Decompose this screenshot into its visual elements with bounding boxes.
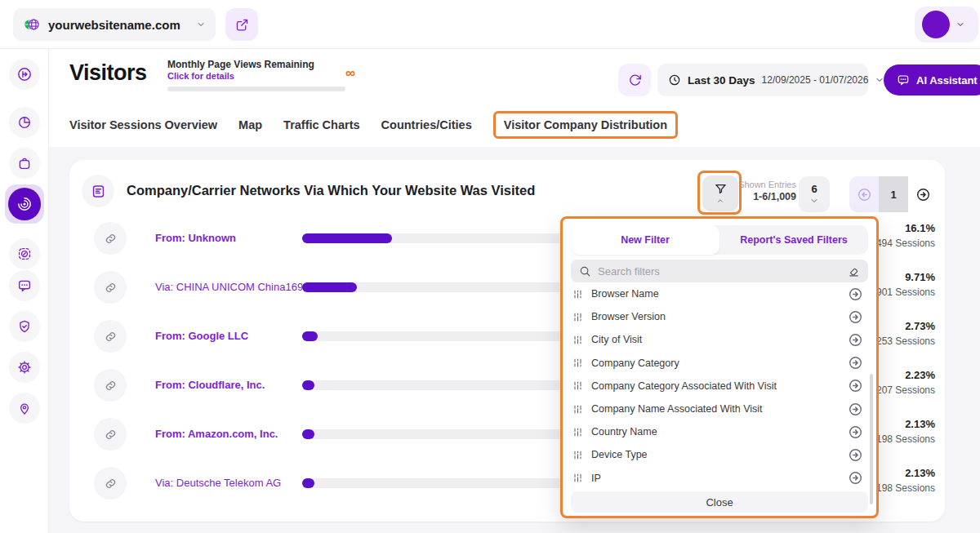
- filter-item-device-type[interactable]: Device Type: [571, 443, 865, 466]
- sliders-icon: [572, 358, 583, 368]
- sidebar-item-collapse-panel[interactable]: [9, 59, 40, 90]
- arrow-right-circle-icon[interactable]: [848, 355, 863, 371]
- quota-details-link[interactable]: Click for details: [167, 71, 345, 81]
- tab-visitor-company-distribution[interactable]: Visitor Company Distribution: [504, 118, 667, 131]
- filter-item-country-name[interactable]: Country Name: [571, 420, 865, 443]
- account-menu[interactable]: [915, 7, 978, 42]
- filter-item-browser-name[interactable]: Browser Name: [571, 282, 865, 305]
- arrow-right-circle-icon[interactable]: [848, 470, 863, 486]
- company-link[interactable]: Via: Deutsche Telekom AG: [155, 477, 281, 489]
- page-size-select[interactable]: 6: [799, 176, 830, 212]
- filter-item-company-category[interactable]: Company Category: [571, 352, 865, 375]
- sidebar-item-dashboard[interactable]: [9, 107, 40, 138]
- sliders-icon: [572, 380, 583, 391]
- filter-search-input[interactable]: [598, 265, 841, 278]
- next-page-button[interactable]: [908, 176, 938, 212]
- sidebar-item-recordings[interactable]: [9, 238, 40, 269]
- arrow-left-circle-icon: [857, 187, 872, 202]
- row-stats: 9.71%901 Sessions: [876, 271, 935, 298]
- arrow-right-circle-icon[interactable]: [848, 447, 863, 463]
- tab-traffic-charts[interactable]: Traffic Charts: [283, 118, 359, 131]
- arrow-right-circle-icon[interactable]: [848, 424, 863, 440]
- sliders-icon: [572, 289, 583, 300]
- sidebar-item-ecommerce[interactable]: [9, 148, 40, 179]
- pin-icon: [17, 401, 32, 415]
- shown-entries-label: Shown Entries: [737, 180, 796, 189]
- sliders-icon: [572, 404, 583, 415]
- session-bar-fill: [302, 331, 318, 341]
- website-name: yourwebsitename.com: [48, 18, 180, 32]
- gear-icon: [17, 360, 32, 375]
- sidebar-item-visitors[interactable]: [5, 184, 44, 224]
- external-link-icon: [235, 18, 249, 32]
- session-bar-fill: [302, 429, 314, 439]
- previous-page-button[interactable]: [849, 176, 879, 212]
- sidebar-item-settings[interactable]: [9, 352, 40, 383]
- arrow-right-circle-icon[interactable]: [848, 309, 863, 325]
- row-stats: 2.73%253 Sessions: [876, 320, 935, 347]
- sidebar-item-privacy[interactable]: [9, 311, 40, 342]
- filter-item-company-name-associated-with-visit[interactable]: Company Name Associated With Visit: [571, 398, 865, 420]
- date-range: 12/09/2025 - 01/07/2026: [762, 74, 869, 86]
- website-selector[interactable]: yourwebsitename.com: [13, 8, 216, 41]
- refresh-button[interactable]: [618, 64, 651, 96]
- company-link[interactable]: From: Amazon.com, Inc.: [155, 428, 278, 440]
- sliders-icon: [572, 312, 583, 322]
- arrow-right-circle-icon[interactable]: [848, 378, 863, 393]
- sessions-value: 198 Sessions: [876, 433, 935, 445]
- link-icon: [94, 369, 127, 402]
- pagination: 1: [849, 176, 938, 212]
- open-website-button[interactable]: [225, 8, 258, 41]
- close-filter-button[interactable]: Close: [571, 491, 868, 513]
- link-icon: [94, 222, 127, 255]
- sessions-value: 207 Sessions: [876, 384, 935, 396]
- pie-icon: [17, 115, 32, 130]
- bag-icon: [17, 156, 32, 171]
- quota-progress-bar: [167, 87, 345, 91]
- refresh-icon: [628, 73, 642, 87]
- sliders-icon: [572, 450, 583, 460]
- current-page[interactable]: 1: [879, 176, 908, 212]
- eraser-icon[interactable]: [848, 265, 860, 278]
- filter-tab-report-s-saved-filters[interactable]: Report's Saved Filters: [719, 225, 868, 255]
- link-icon: [94, 320, 127, 353]
- tab-countries-cities[interactable]: Countries/Cities: [381, 118, 472, 131]
- chat-icon: [897, 73, 910, 87]
- sliders-icon: [572, 473, 583, 483]
- session-bar-fill: [302, 478, 314, 488]
- page-size-value: 6: [811, 183, 817, 195]
- arrow-right-circle-icon[interactable]: [848, 402, 863, 417]
- filter-panel: New FilterReport's Saved Filters Browser…: [560, 216, 879, 518]
- arrow-right-circle-icon[interactable]: [848, 332, 863, 348]
- filter-item-company-category-associated-with-visit[interactable]: Company Category Associated With Visit: [571, 375, 865, 398]
- sessions-value: 198 Sessions: [876, 482, 935, 494]
- clock-icon: [668, 73, 681, 87]
- filter-item-label: Browser Name: [591, 288, 840, 300]
- filter-item-city-of-visit[interactable]: City of Visit: [571, 328, 865, 351]
- company-link[interactable]: From: Unknown: [155, 232, 236, 244]
- tab-visitor-sessions-overview[interactable]: Visitor Sessions Overview: [69, 118, 217, 131]
- filter-tab-new-filter[interactable]: New Filter: [571, 225, 719, 255]
- link-icon: [94, 271, 127, 304]
- filter-item-ip[interactable]: IP: [571, 467, 865, 490]
- ai-assistant-button[interactable]: AI Assistant: [884, 64, 980, 95]
- company-link[interactable]: From: Cloudflare, Inc.: [155, 379, 265, 391]
- sidebar-item-feedback[interactable]: [9, 270, 40, 301]
- arrow-right-circle-icon[interactable]: [848, 286, 863, 302]
- filter-list-scrollbar[interactable]: [870, 374, 873, 504]
- sidebar-item-location[interactable]: [9, 393, 40, 424]
- filter-item-label: Company Name Associated With Visit: [591, 403, 840, 415]
- company-link[interactable]: From: Google LLC: [155, 330, 248, 342]
- annotation-tab-highlight: Visitor Company Distribution: [493, 111, 678, 139]
- chevron-down-icon: [956, 20, 965, 29]
- radar-icon: [16, 196, 33, 212]
- date-range-picker[interactable]: Last 30 Days 12/09/2025 - 01/07/2026: [657, 64, 868, 96]
- tab-map[interactable]: Map: [238, 118, 262, 131]
- page-title: Visitors: [69, 60, 147, 86]
- filter-item-browser-version[interactable]: Browser Version: [571, 305, 865, 328]
- filter-button[interactable]: [702, 175, 738, 211]
- sessions-value: 901 Sessions: [876, 286, 935, 298]
- record-icon: [17, 247, 32, 261]
- row-stats: 2.13%198 Sessions: [876, 467, 935, 494]
- filter-search[interactable]: [571, 260, 868, 282]
